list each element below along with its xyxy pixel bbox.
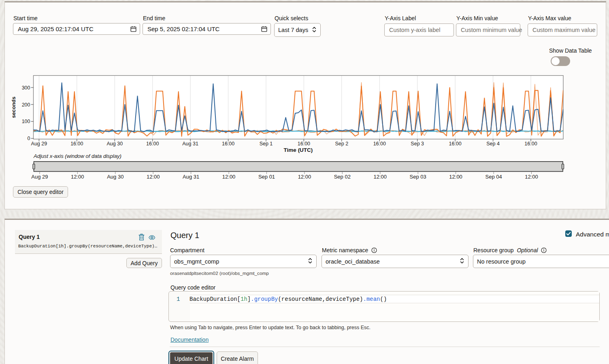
svg-text:Sep 04: Sep 04 <box>485 174 502 180</box>
svg-text:16:00: 16:00 <box>298 141 310 147</box>
svg-text:Sep 01: Sep 01 <box>258 174 275 180</box>
svg-text:16:00: 16:00 <box>222 141 234 147</box>
svg-text:100: 100 <box>22 119 30 124</box>
svg-text:Aug 31: Aug 31 <box>182 141 198 147</box>
svg-text:Sep 4: Sep 4 <box>486 141 500 147</box>
svg-text:12:00: 12:00 <box>449 174 462 180</box>
svg-text:12:00: 12:00 <box>71 174 84 180</box>
svg-text:Aug 30: Aug 30 <box>107 174 124 180</box>
svg-text:Aug 30: Aug 30 <box>106 141 123 147</box>
svg-text:16:00: 16:00 <box>449 141 461 147</box>
svg-text:Aug 31: Aug 31 <box>183 174 199 180</box>
svg-text:Time (UTC): Time (UTC) <box>284 147 313 153</box>
svg-text:12:00: 12:00 <box>374 174 387 180</box>
svg-text:16:00: 16:00 <box>373 141 386 147</box>
svg-text:Sep 1: Sep 1 <box>260 141 273 147</box>
svg-text:16:00: 16:00 <box>146 141 159 147</box>
svg-text:12:00: 12:00 <box>525 174 538 180</box>
svg-text:200: 200 <box>22 102 30 108</box>
svg-text:300: 300 <box>22 85 30 91</box>
svg-text:Adjust x-axis (window of data: Adjust x-axis (window of data display) <box>33 153 121 159</box>
svg-text:Aug 29: Aug 29 <box>31 141 47 147</box>
svg-text:Sep 3: Sep 3 <box>411 141 424 147</box>
svg-text:12:00: 12:00 <box>147 174 160 180</box>
svg-text:Aug 29: Aug 29 <box>31 174 48 180</box>
svg-text:12:00: 12:00 <box>222 174 236 180</box>
svg-text:Sep 03: Sep 03 <box>410 174 426 180</box>
svg-text:0: 0 <box>28 136 30 141</box>
svg-text:12:00: 12:00 <box>298 174 311 180</box>
svg-text:16:00: 16:00 <box>70 141 83 147</box>
svg-text:Sep 2: Sep 2 <box>335 141 348 147</box>
svg-text:Sep 02: Sep 02 <box>334 174 351 180</box>
svg-text:16:00: 16:00 <box>524 141 537 147</box>
svg-text:seconds: seconds <box>11 97 17 118</box>
